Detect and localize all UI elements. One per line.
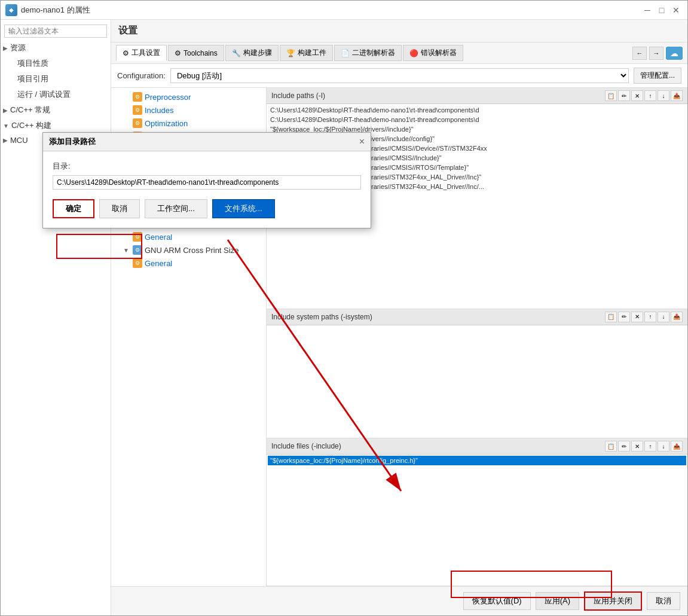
dialog-cancel-button[interactable]: 取消: [99, 199, 140, 218]
dialog-field-label: 目录:: [53, 161, 361, 172]
add-directory-dialog: 添加目录路径 × 目录: 确定 取消 工作空间... 文件系统...: [42, 132, 371, 228]
dialog-ok-button[interactable]: 确定: [53, 199, 94, 218]
svg-line-1: [228, 240, 401, 491]
dialog-workspace-button[interactable]: 工作空间...: [145, 199, 207, 218]
dialog-directory-input[interactable]: [53, 175, 361, 190]
dialog-close-button[interactable]: ×: [359, 136, 365, 147]
dialog-filesystem-button[interactable]: 文件系统...: [212, 199, 275, 218]
ok-button-highlight: [56, 234, 142, 259]
main-window: ◆ demo-nano1 的属性 ─ □ ✕ ▶ 资源 项目性质 项目引用: [0, 0, 688, 616]
dialog-body: 目录: 确定 取消 工作空间... 文件系统...: [43, 151, 371, 228]
dialog-overlay: 添加目录路径 × 目录: 确定 取消 工作空间... 文件系统...: [1, 1, 687, 615]
apply-close-highlight: [451, 571, 612, 598]
dialog-buttons: 确定 取消 工作空间... 文件系统...: [53, 199, 361, 218]
arrow-annotation: [180, 210, 449, 539]
dialog-title-bar: 添加目录路径 ×: [43, 133, 371, 151]
